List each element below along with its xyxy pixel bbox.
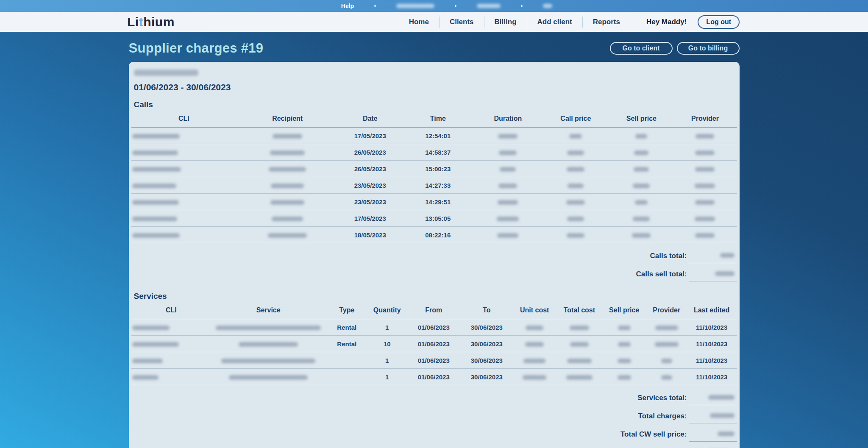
top-utility-bar: Help bbox=[0, 0, 868, 12]
app-screen: Help Lithium Home Clients Billing Add cl… bbox=[0, 0, 868, 448]
cell-quantity: 1 bbox=[368, 369, 406, 385]
redacted-value bbox=[567, 167, 584, 172]
nav-item-clients[interactable]: Clients bbox=[439, 17, 484, 28]
redacted-value bbox=[710, 413, 734, 418]
redacted-topbar-item[interactable] bbox=[543, 4, 552, 8]
cell-total_cost bbox=[557, 369, 602, 385]
cell-sell_price bbox=[602, 352, 647, 369]
go-to-client-button[interactable]: Go to client bbox=[610, 42, 673, 55]
column-header-quantity: Quantity bbox=[368, 303, 406, 319]
cell-date: 17/05/2023 bbox=[338, 128, 402, 144]
services-section-heading: Services bbox=[134, 292, 737, 301]
cell-sell_price bbox=[609, 194, 673, 210]
cell-from: 01/06/2023 bbox=[406, 319, 461, 336]
cell-date: 26/05/2023 bbox=[338, 144, 402, 161]
nav-item-reports[interactable]: Reports bbox=[582, 17, 630, 28]
cell-sell_price bbox=[609, 227, 673, 243]
redacted-value bbox=[634, 167, 649, 172]
redacted-value bbox=[273, 134, 302, 139]
cell-time: 14:58:37 bbox=[402, 144, 474, 161]
total-row: Services total: bbox=[637, 393, 737, 405]
cell-total_cost bbox=[557, 319, 602, 336]
redacted-value bbox=[568, 184, 584, 188]
redacted-value bbox=[268, 233, 307, 238]
page-head: Supplier charges #19 Go to client Go to … bbox=[129, 32, 740, 58]
redacted-value bbox=[635, 200, 648, 205]
redacted-value bbox=[618, 375, 631, 380]
cell-type bbox=[326, 352, 368, 369]
table-row: 17/05/202313:05:05 bbox=[131, 210, 737, 227]
redacted-value bbox=[618, 359, 631, 363]
redacted-value bbox=[272, 217, 303, 221]
cell-sell_price bbox=[609, 210, 673, 227]
table-header-row: CLIServiceTypeQuantityFromToUnit costTot… bbox=[131, 303, 737, 319]
redacted-value bbox=[132, 359, 163, 363]
redacted-value bbox=[132, 342, 179, 347]
redacted-value bbox=[498, 184, 517, 188]
cell-duration bbox=[474, 177, 542, 194]
column-header-service: Service bbox=[211, 303, 326, 319]
nav-item-billing[interactable]: Billing bbox=[484, 17, 527, 28]
redacted-value bbox=[708, 395, 734, 400]
cell-type: Rental bbox=[326, 336, 368, 352]
column-header-type: Type bbox=[326, 303, 368, 319]
column-header-date: Date bbox=[338, 111, 402, 128]
redacted-value bbox=[499, 150, 517, 155]
total-row: Total charges: bbox=[638, 412, 737, 423]
billing-period: 01/06/2023 - 30/06/2023 bbox=[134, 82, 737, 92]
main-nav: Home Clients Billing Add client Reports … bbox=[399, 15, 740, 29]
cell-recipient bbox=[236, 161, 338, 177]
table-row: 23/05/202314:27:33 bbox=[131, 177, 737, 194]
cell-from: 01/06/2023 bbox=[406, 352, 461, 369]
cell-call_price bbox=[542, 227, 609, 243]
lithium-logo[interactable]: Lithium bbox=[127, 15, 175, 29]
redacted-value bbox=[523, 359, 545, 363]
go-to-billing-button[interactable]: Go to billing bbox=[677, 42, 740, 55]
redacted-value bbox=[216, 326, 321, 330]
cell-provider bbox=[647, 352, 687, 369]
cell-recipient bbox=[236, 144, 338, 161]
redacted-value bbox=[569, 134, 582, 139]
redacted-value bbox=[570, 342, 589, 347]
redacted-topbar-item[interactable] bbox=[396, 4, 434, 8]
cell-provider bbox=[647, 369, 687, 385]
cell-time: 14:27:33 bbox=[402, 177, 474, 194]
cell-unit_cost bbox=[512, 352, 557, 369]
cell-provider bbox=[673, 227, 737, 243]
cell-provider bbox=[647, 319, 687, 336]
redacted-topbar-item[interactable] bbox=[477, 4, 501, 8]
redacted-value bbox=[661, 375, 672, 380]
table-row: 101/06/202330/06/202311/10/2023 bbox=[131, 352, 737, 369]
total-value bbox=[689, 251, 737, 263]
logo-part: hium bbox=[143, 15, 175, 29]
redacted-value bbox=[270, 150, 305, 155]
cell-quantity: 10 bbox=[368, 336, 406, 352]
redacted-value bbox=[229, 375, 308, 380]
cell-cli bbox=[131, 210, 237, 227]
table-row: 101/06/202330/06/202311/10/2023 bbox=[131, 369, 737, 385]
separator-dot bbox=[374, 5, 376, 7]
redacted-value bbox=[720, 253, 734, 258]
logout-button[interactable]: Log out bbox=[698, 15, 740, 29]
cell-date: 18/05/2023 bbox=[338, 227, 402, 243]
total-row: Calls sell total: bbox=[636, 270, 737, 281]
cell-sell_price bbox=[609, 161, 673, 177]
user-greeting: Hey Maddy! bbox=[646, 18, 687, 26]
nav-item-add-client[interactable]: Add client bbox=[527, 17, 582, 28]
nav-item-home[interactable]: Home bbox=[399, 17, 439, 28]
redacted-value bbox=[633, 184, 650, 188]
redacted-value bbox=[634, 150, 648, 155]
redacted-value bbox=[500, 167, 516, 172]
column-header-unit_cost: Unit cost bbox=[512, 303, 557, 319]
cell-recipient bbox=[236, 128, 338, 144]
redacted-value bbox=[695, 184, 715, 188]
help-link[interactable]: Help bbox=[341, 3, 354, 9]
redacted-value bbox=[618, 342, 631, 347]
total-label: Total charges: bbox=[638, 412, 687, 423]
cell-recipient bbox=[236, 177, 338, 194]
calls-section-heading: Calls bbox=[134, 100, 737, 109]
cell-duration bbox=[474, 194, 542, 210]
redacted-value bbox=[132, 217, 177, 221]
redacted-value bbox=[271, 184, 304, 188]
redacted-value bbox=[221, 359, 315, 363]
